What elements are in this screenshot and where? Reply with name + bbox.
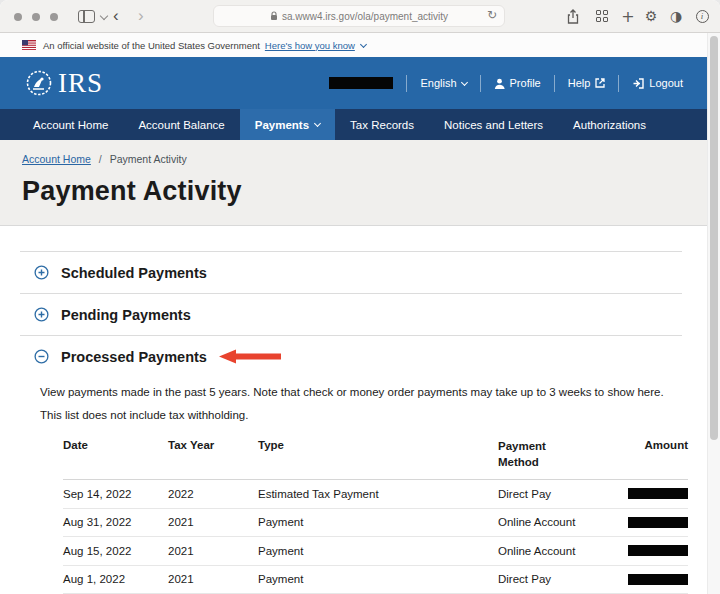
main-nav: Account Home Account Balance Payments: [0, 109, 707, 140]
nav-item[interactable]: Authorizations: [558, 109, 661, 140]
browser-window: ‹ › sa.www4.irs.gov/ola/payment_activity…: [0, 0, 720, 594]
col-header-tax-year: Tax Year: [168, 439, 258, 451]
payments-table: Date Tax Year Type Payment Method Amount…: [63, 439, 688, 594]
breadcrumb-separator: /: [99, 153, 102, 165]
external-link-icon: [595, 78, 605, 88]
cell-type: Payment: [258, 545, 498, 557]
minimize-window-icon[interactable]: [32, 13, 40, 21]
breadcrumb-current: Payment Activity: [110, 153, 187, 165]
cell-tax-year: 2021: [168, 545, 258, 557]
us-flag-icon: [22, 40, 36, 50]
accordion-label: Processed Payments: [61, 349, 207, 365]
breadcrumb-home-link[interactable]: Account Home: [22, 153, 91, 165]
redacted-amount: [628, 488, 688, 499]
accordion-list: Scheduled Payments: [20, 251, 682, 377]
help-link[interactable]: Help: [568, 77, 606, 89]
nav-item[interactable]: Tax Records: [335, 109, 429, 140]
cell-method: Direct Pay: [498, 488, 616, 500]
divider: [554, 75, 555, 92]
nav-item-label: Account Balance: [138, 119, 224, 131]
redacted-amount: [628, 517, 688, 528]
sidebar-icon[interactable]: [78, 10, 95, 23]
gov-banner: An official website of the United States…: [0, 33, 707, 57]
breadcrumb: Account Home / Payment Activity: [22, 153, 685, 165]
nav-item-label: Notices and Letters: [444, 119, 543, 131]
accordion-label: Scheduled Payments: [61, 265, 207, 281]
cell-method: Online Account: [498, 545, 616, 557]
cell-type: Payment: [258, 573, 498, 585]
divider: [618, 75, 619, 92]
cell-type: Payment: [258, 516, 498, 528]
table-header-row: Date Tax Year Type Payment Method Amount: [63, 439, 688, 480]
accordion-header[interactable]: Pending Payments: [20, 293, 682, 335]
refresh-icon[interactable]: ↻: [487, 8, 497, 22]
col-header-type: Type: [258, 439, 498, 451]
divider: [480, 75, 481, 92]
nav-item[interactable]: Account Home: [18, 109, 123, 140]
browser-toolbar: ‹ › sa.www4.irs.gov/ola/payment_activity…: [0, 0, 720, 33]
redacted-amount: [628, 545, 688, 556]
expand-plus-icon[interactable]: [34, 307, 49, 322]
processed-note-text: This list does not include tax withholdi…: [40, 409, 682, 421]
reader-contrast-icon[interactable]: ◑: [666, 7, 686, 25]
chevron-down-icon: [314, 120, 321, 127]
how-you-know-link[interactable]: Here's how you know: [265, 40, 355, 51]
cell-date: Aug 15, 2022: [63, 545, 168, 557]
back-icon[interactable]: ‹: [113, 4, 119, 28]
table-row: Aug 15, 2022 2021 Payment Online Account: [63, 537, 688, 566]
cell-method: Online Account: [498, 516, 616, 528]
forward-icon[interactable]: ›: [138, 4, 144, 28]
cell-type: Estimated Tax Payment: [258, 488, 498, 500]
cell-tax-year: 2021: [168, 573, 258, 585]
accordion-label: Pending Payments: [61, 307, 191, 323]
cell-tax-year: 2022: [168, 488, 258, 500]
redacted-username: [329, 77, 393, 89]
profile-button[interactable]: Profile: [494, 77, 541, 89]
settings-gear-icon[interactable]: ⚙: [641, 7, 661, 25]
scrollbar-thumb[interactable]: [710, 36, 718, 440]
new-tab-icon[interactable]: +: [618, 7, 638, 25]
content: Scheduled Payments: [0, 226, 707, 594]
sidebar-chevron-icon[interactable]: [100, 12, 108, 20]
nav-item[interactable]: Account Balance: [123, 109, 239, 140]
lock-icon: [270, 11, 278, 21]
scrollbar[interactable]: [707, 33, 720, 594]
cell-date: Aug 31, 2022: [63, 516, 168, 528]
table-row: Aug 1, 2022 2021 Payment Direct Pay: [63, 566, 688, 594]
col-header-method: Payment Method: [498, 439, 560, 470]
col-header-amount: Amount: [645, 439, 688, 451]
table-body: Sep 14, 2022 2022 Estimated Tax Payment …: [63, 480, 688, 594]
help-label: Help: [568, 77, 591, 89]
collapse-minus-icon[interactable]: [34, 349, 49, 364]
nav-item-label: Tax Records: [350, 119, 414, 131]
nav-item[interactable]: Payments: [240, 109, 335, 140]
cell-date: Sep 14, 2022: [63, 488, 168, 500]
share-icon[interactable]: [563, 7, 583, 25]
irs-logo[interactable]: IRS: [24, 68, 103, 99]
table-row: Aug 31, 2022 2021 Payment Online Account: [63, 509, 688, 538]
accordion-header[interactable]: Processed Payments: [20, 335, 682, 377]
col-header-date: Date: [63, 439, 168, 451]
cell-date: Aug 1, 2022: [63, 573, 168, 585]
zoom-window-icon[interactable]: [50, 13, 58, 21]
logout-icon: [632, 78, 644, 89]
person-icon: [494, 78, 505, 89]
logout-label: Logout: [649, 77, 683, 89]
divider: [406, 75, 407, 92]
url-text: sa.www4.irs.gov/ola/payment_activity: [282, 11, 448, 22]
close-window-icon[interactable]: [14, 13, 22, 21]
language-label: English: [420, 77, 456, 89]
address-bar[interactable]: sa.www4.irs.gov/ola/payment_activity ↻: [213, 5, 505, 27]
accordion-header[interactable]: Scheduled Payments: [20, 251, 682, 293]
redacted-amount: [628, 574, 688, 585]
irs-header: IRS English Profile H: [0, 57, 707, 109]
info-icon[interactable]: i: [692, 7, 712, 25]
expand-plus-icon[interactable]: [34, 265, 49, 280]
nav-item-label: Payments: [255, 119, 309, 131]
nav-item[interactable]: Notices and Letters: [429, 109, 558, 140]
logout-button[interactable]: Logout: [632, 77, 683, 89]
tab-overview-icon[interactable]: [592, 7, 612, 25]
irs-logo-text: IRS: [58, 68, 103, 99]
language-dropdown[interactable]: English: [420, 77, 466, 89]
chevron-down-icon[interactable]: [360, 40, 367, 47]
